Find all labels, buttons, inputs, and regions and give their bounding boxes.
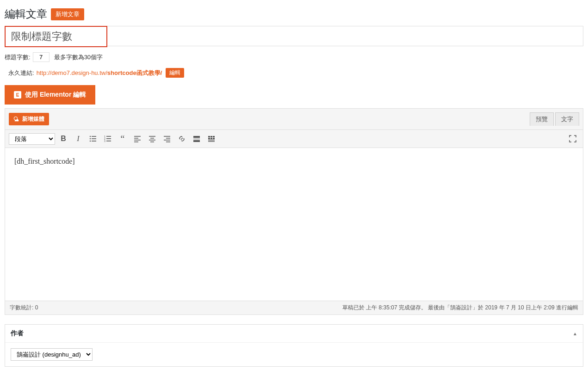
svg-rect-18	[150, 138, 154, 139]
add-media-label: 新增媒體	[22, 115, 44, 123]
svg-text:3: 3	[104, 140, 105, 142]
svg-rect-25	[193, 136, 200, 138]
svg-rect-30	[213, 136, 215, 137]
svg-point-0	[14, 117, 17, 120]
svg-rect-33	[213, 138, 215, 139]
add-media-button[interactable]: 新增媒體	[9, 113, 49, 125]
bold-button[interactable]: B	[57, 132, 70, 145]
editor-content-area[interactable]: [dh_first_shortcode]	[5, 148, 583, 301]
svg-rect-28	[208, 136, 210, 137]
number-list-icon: 123	[104, 135, 111, 142]
svg-rect-21	[164, 136, 170, 137]
bullet-list-icon	[89, 135, 97, 142]
svg-rect-4	[92, 138, 96, 139]
elementor-icon: E	[14, 91, 21, 99]
svg-rect-14	[134, 138, 138, 139]
tab-text[interactable]: 文字	[555, 112, 579, 126]
fullscreen-button[interactable]	[566, 132, 579, 145]
new-post-button[interactable]: 新增文章	[51, 8, 84, 20]
svg-rect-22	[166, 138, 170, 139]
svg-point-5	[90, 141, 91, 142]
number-list-button[interactable]: 123	[101, 132, 114, 145]
svg-rect-8	[106, 136, 111, 137]
format-select[interactable]: 段落	[9, 133, 55, 145]
collapse-icon: ▲	[573, 331, 577, 336]
svg-rect-24	[166, 142, 170, 142]
permalink-slug[interactable]: shortcode函式教學/	[107, 69, 162, 76]
svg-rect-23	[164, 140, 170, 141]
align-right-icon	[163, 135, 171, 142]
title-count-input[interactable]	[33, 52, 50, 62]
read-more-button[interactable]	[190, 132, 203, 145]
max-count-text: 最多字數為30個字	[54, 53, 103, 62]
permalink-label: 永久連結:	[8, 69, 34, 77]
align-left-icon	[134, 135, 141, 142]
author-box-header[interactable]: 作者 ▲	[5, 325, 583, 343]
align-left-button[interactable]	[131, 132, 144, 145]
save-status: 草稿已於 上午 8:35:07 完成儲存。 最後由「鵠崙設計」於 2019 年 …	[342, 304, 578, 312]
title-input-extension[interactable]	[107, 26, 583, 46]
title-count-label: 標題字數:	[5, 53, 31, 62]
media-icon	[13, 116, 20, 123]
svg-rect-17	[149, 136, 155, 137]
svg-rect-13	[134, 136, 141, 137]
svg-rect-27	[193, 140, 200, 142]
svg-rect-16	[134, 142, 138, 142]
edit-permalink-button[interactable]: 編輯	[166, 68, 184, 78]
svg-point-1	[90, 136, 91, 137]
italic-button[interactable]: I	[72, 132, 85, 145]
page-title: 編輯文章	[5, 7, 47, 21]
svg-rect-6	[92, 141, 96, 142]
svg-point-3	[90, 138, 91, 139]
elementor-label: 使用 Elementor 編輯	[25, 91, 86, 99]
link-button[interactable]	[175, 132, 188, 145]
read-more-icon	[193, 135, 200, 142]
word-count: 字數統計: 0	[10, 304, 38, 312]
svg-rect-20	[150, 142, 154, 142]
svg-rect-35	[208, 141, 215, 142]
svg-rect-31	[208, 138, 210, 139]
svg-rect-26	[193, 139, 200, 139]
link-icon	[178, 135, 186, 142]
svg-rect-34	[208, 140, 215, 141]
align-right-button[interactable]	[161, 132, 173, 145]
toolbar-toggle-icon	[208, 135, 215, 142]
bullet-list-button[interactable]	[87, 132, 99, 145]
fullscreen-icon	[569, 135, 576, 142]
toolbar-toggle-button[interactable]	[205, 132, 218, 145]
align-center-button[interactable]	[146, 132, 159, 145]
svg-rect-10	[106, 138, 111, 139]
svg-rect-12	[106, 141, 111, 142]
svg-rect-2	[92, 136, 96, 137]
author-box-title: 作者	[11, 329, 24, 338]
elementor-edit-button[interactable]: E 使用 Elementor 編輯	[5, 85, 95, 105]
svg-rect-32	[210, 138, 212, 139]
svg-rect-15	[134, 140, 141, 141]
permalink-url-base[interactable]: http://demo7.design-hu.tw/	[37, 69, 107, 76]
author-select[interactable]: 鵠崙設計 (designhu_ad)	[11, 348, 93, 361]
svg-rect-29	[210, 136, 212, 137]
quote-button[interactable]: “	[116, 132, 129, 145]
align-center-icon	[149, 135, 156, 142]
tab-preview[interactable]: 預覽	[530, 112, 554, 126]
title-highlight-box	[5, 26, 107, 47]
svg-rect-19	[149, 140, 155, 141]
title-input[interactable]	[6, 27, 106, 46]
